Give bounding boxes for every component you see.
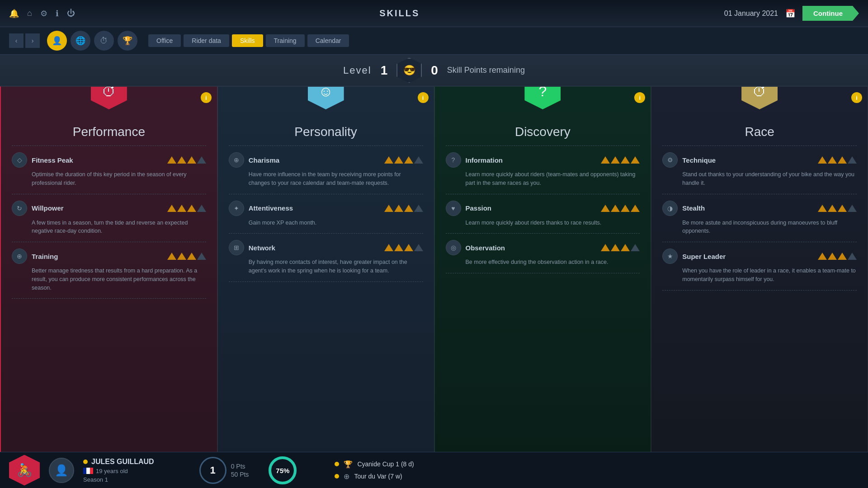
information-item: ? Information Learn more quickly about r…: [446, 152, 640, 188]
personality-info-button[interactable]: i: [418, 92, 429, 103]
info-icon[interactable]: ℹ: [56, 9, 59, 19]
bell-icon[interactable]: 🔔: [9, 9, 19, 19]
continue-button[interactable]: Continue: [802, 6, 859, 21]
level-widget: 1 0 Pts 50 Pts: [199, 457, 249, 484]
passion-name: Passion: [466, 204, 597, 212]
tri: [828, 205, 837, 212]
stealth-name: Stealth: [682, 204, 813, 212]
power-icon[interactable]: ⏻: [67, 9, 75, 18]
stealth-item: ◑ Stealth Be more astute and inconspicuo…: [662, 201, 857, 236]
performance-info-button[interactable]: i: [201, 92, 212, 103]
attentiveness-icon: ✦: [229, 201, 244, 216]
super-leader-name: Super Leader: [682, 253, 813, 260]
race-label-1: Cyanide Cup 1 (8 d): [357, 460, 414, 468]
tri: [404, 244, 413, 251]
tri: [818, 253, 827, 260]
discovery-hex-icon: ?: [524, 86, 561, 109]
race-card: ⏱ i Race ⚙ Technique Stand out thanks to…: [651, 86, 868, 454]
tri: [621, 244, 630, 251]
tab-skills[interactable]: Skills: [232, 34, 263, 47]
nav-bar: ‹ › 👤 🌐 ⏱ 🏆 Office Rider data Skills Tra…: [0, 27, 868, 55]
calendar-icon[interactable]: 📅: [785, 9, 795, 19]
date-display: 01 January 2021: [724, 9, 778, 18]
tab-office[interactable]: Office: [148, 34, 181, 47]
information-triangles: [601, 156, 640, 164]
charisma-name: Charisma: [249, 156, 380, 164]
tri-empty: [414, 205, 423, 212]
race-info-button[interactable]: i: [851, 92, 862, 103]
race-hex-icon: ⏱: [741, 86, 778, 109]
information-icon: ?: [446, 152, 461, 168]
attentiveness-triangles: [384, 205, 423, 212]
personality-hex-icon: ☺: [308, 86, 344, 109]
performance-card: ⏱ i Performance ◇ Fitness Peak Optimise …: [0, 86, 217, 454]
xp-circle: 75%: [267, 455, 298, 486]
tri: [167, 156, 176, 164]
tri: [611, 156, 620, 164]
nav-arrows: ‹ ›: [9, 33, 40, 48]
network-triangles: [384, 244, 423, 251]
nav-forward-button[interactable]: ›: [25, 33, 40, 48]
observation-desc: Be more effective during the observation…: [466, 258, 640, 267]
tri-empty: [197, 253, 206, 260]
tri: [818, 205, 827, 212]
race-item-1: 🏆 Cyanide Cup 1 (8 d): [335, 460, 414, 469]
discovery-card: ? i Discovery ? Information Learn more q…: [434, 86, 651, 454]
level-bar: Level 1 😎 0 Skill Points remaining: [0, 55, 868, 86]
nav-rider-icon[interactable]: 👤: [47, 31, 67, 51]
tri: [404, 156, 413, 164]
tri: [187, 156, 196, 164]
rider-name: JULES GUILLAUD: [83, 458, 154, 466]
gear-icon[interactable]: ⚙: [40, 9, 47, 19]
level-number: 1: [381, 63, 388, 78]
rider-age: 19 years old: [83, 468, 154, 474]
tri-empty: [414, 156, 423, 164]
pts-total: 50 Pts: [231, 471, 249, 478]
level-label: Level: [343, 65, 372, 76]
technique-item: ⚙ Technique Stand out thanks to your und…: [662, 152, 857, 188]
tab-rider-data[interactable]: Rider data: [184, 34, 229, 47]
tri: [828, 253, 837, 260]
passion-desc: Learn more quickly about riders thanks t…: [466, 219, 640, 227]
charisma-triangles: [384, 156, 423, 164]
tri-empty: [848, 205, 857, 212]
charisma-icon: ⊕: [229, 152, 244, 168]
race-label-2: Tour du Var (7 w): [354, 473, 402, 480]
page-title: SKILLS: [379, 8, 420, 19]
tri: [167, 205, 176, 212]
attentiveness-name: Attentiveness: [249, 204, 380, 212]
nav-clock-icon[interactable]: ⏱: [94, 31, 114, 51]
super-leader-desc: When you have the role of leader in a ra…: [682, 267, 857, 284]
tri-empty: [631, 244, 640, 251]
discovery-info-button[interactable]: i: [634, 92, 645, 103]
tri-empty: [848, 156, 857, 164]
tri-empty: [197, 156, 206, 164]
tab-calendar[interactable]: Calendar: [307, 34, 349, 47]
tri: [631, 156, 640, 164]
super-leader-icon: ★: [662, 249, 678, 264]
nav-trophy-icon[interactable]: 🏆: [118, 31, 137, 51]
information-desc: Learn more quickly about riders (team-ma…: [466, 170, 640, 188]
network-name: Network: [249, 244, 380, 252]
top-right: 01 January 2021 📅 Continue: [724, 6, 859, 21]
training-icon: ⊕: [12, 249, 27, 264]
personality-title: Personality: [229, 125, 423, 139]
flag-france: [83, 468, 93, 474]
races-info: 🏆 Cyanide Cup 1 (8 d) ⊕ Tour du Var (7 w…: [335, 460, 414, 481]
tri: [394, 205, 403, 212]
tri: [177, 156, 186, 164]
tri: [601, 156, 610, 164]
observation-item: ◎ Observation Be more effective during t…: [446, 240, 640, 267]
stealth-icon: ◑: [662, 201, 678, 216]
home-icon[interactable]: ⌂: [27, 9, 32, 18]
nav-back-button[interactable]: ‹: [9, 33, 24, 48]
tri: [621, 205, 630, 212]
race-dot-1: [335, 462, 339, 466]
attentiveness-desc: Gain more XP each month.: [249, 219, 423, 227]
bottom-level-circle: 1: [199, 457, 226, 484]
nav-globe-icon[interactable]: 🌐: [71, 31, 90, 51]
attentiveness-item: ✦ Attentiveness Gain more XP each month.: [229, 201, 423, 227]
skill-points-number: 0: [431, 63, 438, 78]
tab-training[interactable]: Training: [266, 34, 305, 47]
technique-triangles: [818, 156, 857, 164]
